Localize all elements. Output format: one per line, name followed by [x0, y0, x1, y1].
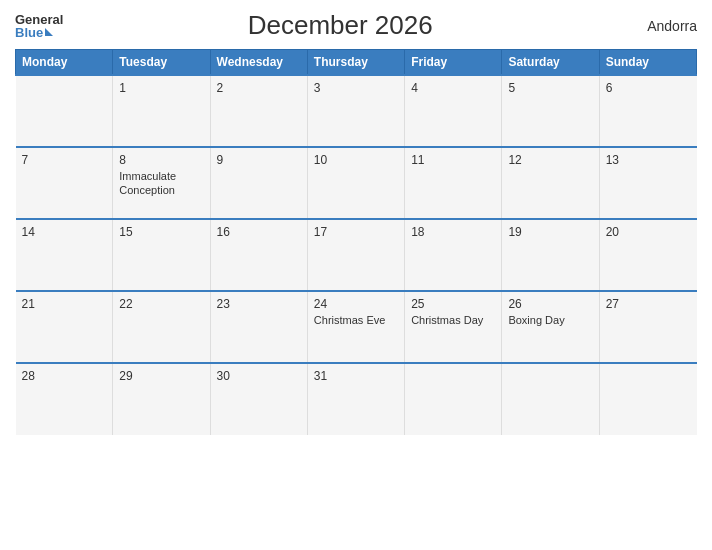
col-friday: Friday	[405, 50, 502, 76]
day-number: 15	[119, 225, 203, 239]
day-number: 13	[606, 153, 691, 167]
day-number: 26	[508, 297, 592, 311]
calendar-cell: 26Boxing Day	[502, 291, 599, 363]
calendar-cell: 13	[599, 147, 696, 219]
calendar-cell: 8Immaculate Conception	[113, 147, 210, 219]
day-number: 16	[217, 225, 301, 239]
calendar-week-row: 123456	[16, 75, 697, 147]
calendar-cell: 5	[502, 75, 599, 147]
calendar-cell: 19	[502, 219, 599, 291]
calendar-cell: 9	[210, 147, 307, 219]
col-saturday: Saturday	[502, 50, 599, 76]
day-number: 30	[217, 369, 301, 383]
calendar-cell: 25Christmas Day	[405, 291, 502, 363]
day-number: 7	[22, 153, 107, 167]
col-monday: Monday	[16, 50, 113, 76]
day-number: 21	[22, 297, 107, 311]
day-number: 1	[119, 81, 203, 95]
day-number: 25	[411, 297, 495, 311]
day-number: 11	[411, 153, 495, 167]
calendar-cell: 28	[16, 363, 113, 435]
col-wednesday: Wednesday	[210, 50, 307, 76]
calendar-event: Christmas Day	[411, 313, 495, 327]
col-sunday: Sunday	[599, 50, 696, 76]
country-label: Andorra	[617, 18, 697, 34]
calendar-cell: 29	[113, 363, 210, 435]
logo-triangle-icon	[45, 28, 53, 36]
col-thursday: Thursday	[307, 50, 404, 76]
calendar-cell: 10	[307, 147, 404, 219]
calendar-cell: 15	[113, 219, 210, 291]
calendar-cell	[599, 363, 696, 435]
calendar-cell: 1	[113, 75, 210, 147]
day-number: 17	[314, 225, 398, 239]
calendar-cell: 31	[307, 363, 404, 435]
calendar-week-row: 21222324Christmas Eve25Christmas Day26Bo…	[16, 291, 697, 363]
col-tuesday: Tuesday	[113, 50, 210, 76]
calendar-cell: 2	[210, 75, 307, 147]
day-number: 5	[508, 81, 592, 95]
day-number: 28	[22, 369, 107, 383]
day-number: 3	[314, 81, 398, 95]
day-number: 9	[217, 153, 301, 167]
day-number: 31	[314, 369, 398, 383]
calendar-cell: 11	[405, 147, 502, 219]
calendar-table: Monday Tuesday Wednesday Thursday Friday…	[15, 49, 697, 435]
page-header: General Blue December 2026 Andorra	[15, 10, 697, 41]
calendar-cell: 20	[599, 219, 696, 291]
calendar-cell: 3	[307, 75, 404, 147]
calendar-cell: 24Christmas Eve	[307, 291, 404, 363]
day-number: 12	[508, 153, 592, 167]
logo: General Blue	[15, 13, 63, 39]
calendar-cell: 22	[113, 291, 210, 363]
calendar-cell	[405, 363, 502, 435]
day-number: 8	[119, 153, 203, 167]
day-number: 4	[411, 81, 495, 95]
day-number: 2	[217, 81, 301, 95]
day-number: 18	[411, 225, 495, 239]
weekday-header-row: Monday Tuesday Wednesday Thursday Friday…	[16, 50, 697, 76]
calendar-cell: 23	[210, 291, 307, 363]
calendar-cell: 30	[210, 363, 307, 435]
calendar-event: Immaculate Conception	[119, 169, 203, 198]
calendar-cell: 12	[502, 147, 599, 219]
logo-blue-text: Blue	[15, 26, 43, 39]
day-number: 10	[314, 153, 398, 167]
calendar-event: Christmas Eve	[314, 313, 398, 327]
day-number: 6	[606, 81, 691, 95]
day-number: 29	[119, 369, 203, 383]
calendar-cell: 14	[16, 219, 113, 291]
calendar-cell: 4	[405, 75, 502, 147]
calendar-cell: 16	[210, 219, 307, 291]
calendar-week-row: 14151617181920	[16, 219, 697, 291]
day-number: 23	[217, 297, 301, 311]
logo-general-text: General	[15, 13, 63, 26]
calendar-cell	[502, 363, 599, 435]
day-number: 14	[22, 225, 107, 239]
calendar-cell: 17	[307, 219, 404, 291]
calendar-week-row: 78Immaculate Conception910111213	[16, 147, 697, 219]
day-number: 20	[606, 225, 691, 239]
calendar-body: 12345678Immaculate Conception91011121314…	[16, 75, 697, 435]
calendar-cell: 18	[405, 219, 502, 291]
calendar-cell: 7	[16, 147, 113, 219]
day-number: 24	[314, 297, 398, 311]
calendar-week-row: 28293031	[16, 363, 697, 435]
calendar-page: General Blue December 2026 Andorra Monda…	[0, 0, 712, 550]
calendar-event: Boxing Day	[508, 313, 592, 327]
day-number: 19	[508, 225, 592, 239]
calendar-cell: 27	[599, 291, 696, 363]
calendar-cell	[16, 75, 113, 147]
calendar-cell: 6	[599, 75, 696, 147]
calendar-cell: 21	[16, 291, 113, 363]
calendar-header: Monday Tuesday Wednesday Thursday Friday…	[16, 50, 697, 76]
page-title: December 2026	[63, 10, 617, 41]
day-number: 27	[606, 297, 691, 311]
day-number: 22	[119, 297, 203, 311]
